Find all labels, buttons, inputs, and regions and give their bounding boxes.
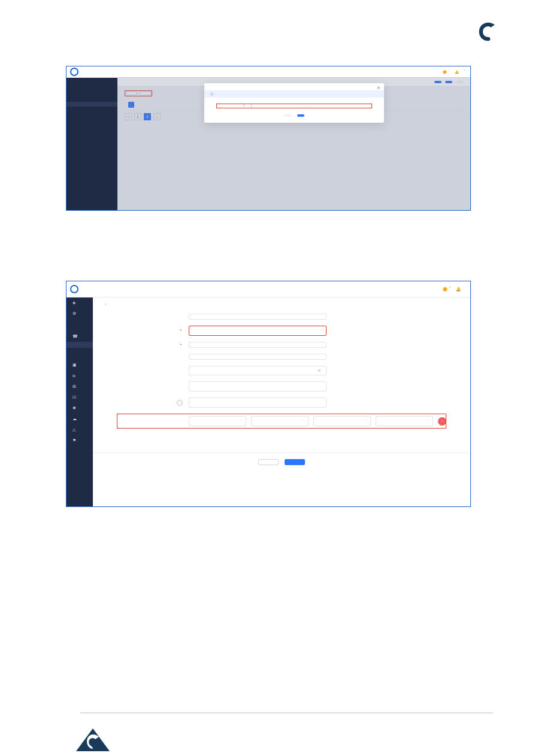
eye-icon[interactable]: 👁 (318, 369, 321, 372)
modal-info-note: ⓘ (204, 90, 384, 98)
brand-header (477, 21, 505, 43)
footer-logo-icon (75, 727, 111, 753)
sidebar-item-device[interactable] (67, 111, 117, 116)
sidebar-item-site[interactable]: ⊞ (67, 381, 93, 392)
svg-marker-0 (76, 728, 110, 751)
modal-cancel-button[interactable] (284, 114, 291, 117)
sidebar-item-default[interactable] (67, 87, 117, 92)
notifications-icon[interactable]: 🔔 (456, 287, 461, 292)
plan-service-link[interactable]: ⬤ ˅ (443, 70, 450, 74)
sip-server-select[interactable]: ˅ (189, 326, 327, 336)
sidebar-item-task[interactable]: ☑ (67, 392, 93, 403)
app-logo (67, 66, 117, 78)
sidebar-item-alert[interactable]: △ (67, 424, 93, 435)
sidebar-item-overview[interactable] (67, 92, 117, 97)
sidebar-item-voip-account[interactable]: ☎ (67, 331, 93, 342)
sidebar-item-resource[interactable]: ☁ (67, 414, 93, 424)
modal-save-button[interactable] (297, 114, 304, 117)
sidebar-item-voip-account[interactable] (67, 97, 117, 102)
cancel-button[interactable] (258, 459, 279, 465)
screenshot-edit-account: ◈ ⚙ ☎ ▣ ⧉ ⊞ ☑ ✚ ☁ △ ⚑ ⬤ ˅ 🔔 (66, 281, 471, 507)
logo-icon (70, 285, 78, 293)
footer-divider (80, 712, 493, 714)
sip-server-label: * (216, 104, 246, 108)
app-logo (67, 281, 93, 297)
sip-server-select[interactable] (251, 104, 372, 108)
screenshot-modify-sip-server: ⬤ ˅ 🔔 ˅ (66, 66, 471, 211)
sidebar-item-sip-server[interactable] (67, 107, 117, 111)
topbar: ⬤ ˅ 🔔 (93, 281, 470, 297)
sidebar-item-channel[interactable]: ⚑ (67, 435, 93, 446)
sip-user-id-label: * (117, 343, 183, 347)
voicemail-input[interactable] (189, 397, 327, 408)
edit-account-form: * ˅ * 👁 (93, 311, 470, 429)
user-menu[interactable]: ˅ (464, 70, 466, 74)
sidebar-item-sip-account[interactable] (67, 342, 93, 348)
assign-site-select[interactable]: ˅ (189, 416, 246, 426)
modify-sip-server-modal: ✕ ⓘ * (204, 83, 384, 123)
sidebar-item-dashboard[interactable]: ◈ (67, 297, 93, 308)
password-input[interactable]: 👁 (189, 366, 327, 375)
sidebar-item-dashboard[interactable] (67, 78, 117, 83)
chevron-down-icon: ˅ (319, 329, 321, 333)
auth-id-input[interactable] (189, 354, 327, 360)
name-input[interactable] (189, 381, 327, 391)
info-icon[interactable]: i (177, 400, 183, 406)
sidebar-item-template[interactable]: ⧉ (67, 371, 93, 381)
form-footer (93, 453, 470, 471)
main-area: ⬤ ˅ 🔔 ˅ (117, 66, 470, 210)
sidebar-item-task[interactable] (67, 126, 117, 130)
sidebar-item-device[interactable]: ▣ (67, 360, 93, 371)
sip-server-label: * (117, 329, 183, 333)
sidebar-item-site[interactable] (67, 121, 117, 126)
sip-user-id-input[interactable] (189, 342, 327, 348)
sidebar-item-sip-server[interactable] (67, 348, 93, 354)
sidebar-item-default-org[interactable] (67, 319, 93, 325)
sidebar-item-sip-account[interactable] (67, 102, 117, 107)
notifications-icon[interactable]: 🔔 (455, 70, 459, 74)
account-name-input[interactable] (189, 314, 327, 320)
brand-logo-icon (477, 21, 499, 43)
plan-service-link[interactable]: ⬤ ˅ (443, 287, 451, 292)
assign-mac-select[interactable]: ˅ (313, 416, 371, 426)
sidebar-item-template[interactable] (67, 116, 117, 121)
sidebar-item-diagnostics[interactable] (67, 130, 117, 135)
assign-account-select[interactable]: ˅ (376, 416, 433, 426)
sidebar-item-organization[interactable] (67, 83, 117, 87)
sidebar: ◈ ⚙ ☎ ▣ ⧉ ⊞ ☑ ✚ ☁ △ ⚑ (67, 281, 93, 506)
sidebar-item-organization[interactable]: ⚙ (67, 308, 93, 319)
voicemail-label: i (117, 400, 183, 406)
sidebar (67, 66, 117, 210)
sidebar-item-overview[interactable] (67, 325, 93, 331)
sidebar-item-diagnostics[interactable]: ✚ (67, 403, 93, 414)
topbar: ⬤ ˅ 🔔 ˅ (117, 66, 470, 78)
remove-assignment-button[interactable]: − (438, 417, 446, 426)
close-icon[interactable]: ✕ (377, 86, 380, 90)
save-button[interactable] (285, 459, 305, 465)
logo-icon (70, 68, 78, 76)
main-area: ⬤ ˅ 🔔 › * ˅ * (93, 281, 470, 506)
sidebar-item-voip-device[interactable] (67, 354, 93, 360)
assign-model-select[interactable]: ˅ (251, 416, 309, 426)
breadcrumb: › (93, 297, 470, 311)
